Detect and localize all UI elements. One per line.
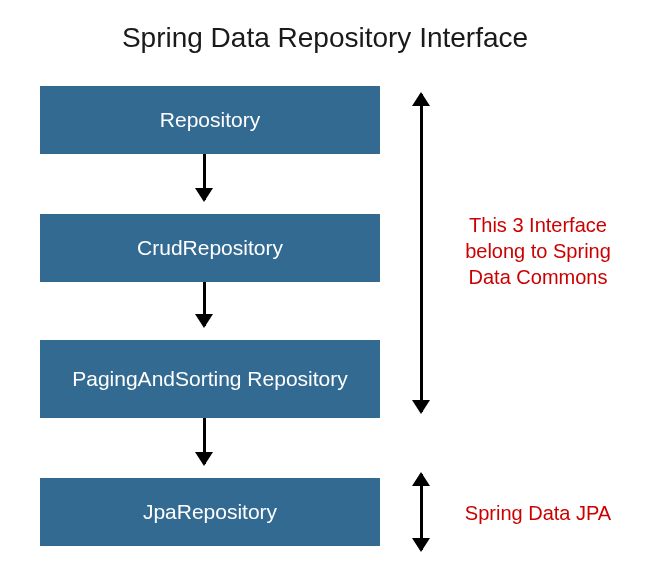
box-label: Repository <box>160 107 260 132</box>
bracket-arrow-icon <box>420 94 423 412</box>
box-label: PagingAndSorting Repository <box>72 366 348 391</box>
arrow-down-icon <box>203 154 206 200</box>
bracket-arrow-icon <box>420 474 423 550</box>
annotation-spring-data-jpa: Spring Data JPA <box>448 500 628 526</box>
arrow-down-icon <box>203 282 206 326</box>
box-paging-and-sorting-repository: PagingAndSorting Repository <box>40 340 380 418</box>
arrow-down-icon <box>203 418 206 464</box>
box-crud-repository: CrudRepository <box>40 214 380 282</box>
box-label: CrudRepository <box>137 235 283 260</box>
box-label: JpaRepository <box>143 499 277 524</box>
box-repository: Repository <box>40 86 380 154</box>
diagram-body: Repository CrudRepository PagingAndSorti… <box>0 74 650 554</box>
box-jpa-repository: JpaRepository <box>40 478 380 546</box>
diagram-title: Spring Data Repository Interface <box>0 0 650 74</box>
annotation-spring-data-commons: This 3 Interface belong to Spring Data C… <box>448 212 628 290</box>
